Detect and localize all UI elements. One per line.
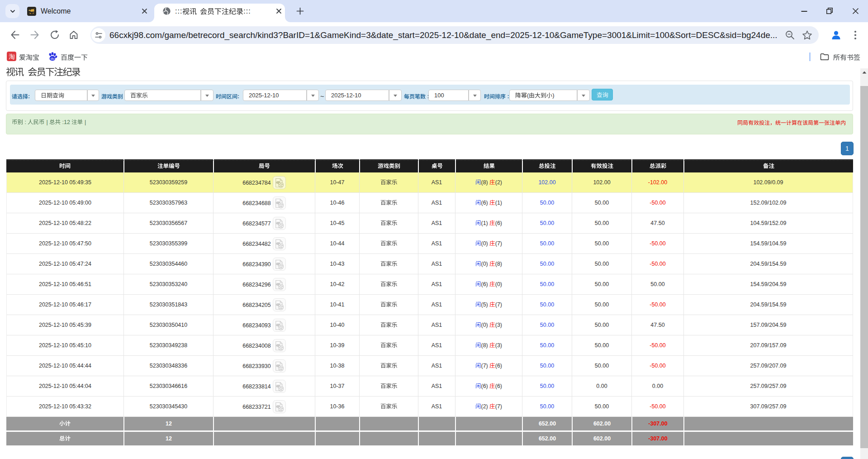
svg-text:du: du (51, 57, 54, 61)
